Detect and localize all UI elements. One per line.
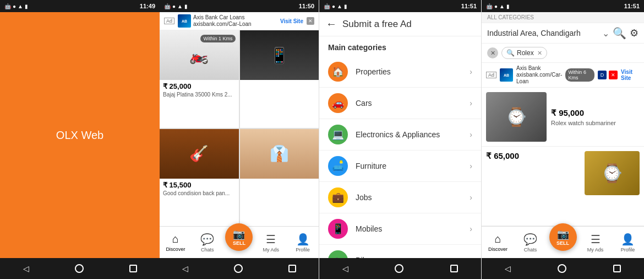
nav-profile-4[interactable]: 👤 Profile (614, 233, 642, 253)
nav-chats-4[interactable]: 💬 Chats (517, 233, 544, 253)
watch-info-0: ₹ 95,000 Rolex watch submariner (551, 92, 640, 142)
bikes-icon: 🚲 (328, 250, 348, 258)
location-bar: Industrial Area, Chandigarh ⌄ 🔍 ⚙ (482, 23, 644, 44)
nav-chats-2[interactable]: 💬 Chats (194, 233, 221, 253)
mobiles-label: Mobiles (356, 224, 462, 233)
visit-site-btn-2[interactable]: Visit Site (280, 18, 303, 24)
listing-item-0[interactable]: 🏍️ Within 1 Kms ₹ 25,000 Bajaj Platina 3… (160, 30, 239, 128)
electronics-icon: 💻 (328, 125, 348, 144)
recents-btn-1[interactable] (129, 265, 137, 272)
camera-icon-4: 📷 (557, 228, 569, 240)
listing-item-2[interactable]: 🎸 ₹ 15,500 Good condision back pan... (160, 129, 239, 227)
jobs-icon: 💼 (328, 187, 348, 207)
listing-grid: 🏍️ Within 1 Kms ₹ 25,000 Bajaj Platina 3… (160, 30, 319, 226)
category-cars[interactable]: 🚗 Cars › (319, 88, 481, 119)
all-categories-bar: ALL CATEGORIES (482, 12, 644, 23)
listing-title-0: Bajaj Platina 35000 Kms 2... (163, 92, 236, 98)
nav-discover-label-2: Discover (166, 246, 185, 252)
nav-chats-label-2: Chats (201, 247, 214, 253)
android-icon-3: 🤖 (324, 3, 330, 9)
search-filter-bar: ✕ 🔍 Rolex ✕ (482, 44, 644, 63)
home-btn-3[interactable] (395, 264, 403, 273)
filter-clear-btn[interactable]: ✕ (487, 47, 498, 58)
ad-url-4: axisbank.com/Car-Loan (516, 72, 562, 85)
wifi-icon: ▲ (18, 3, 23, 9)
jobs-label: Jobs (356, 193, 462, 202)
watch-title-0: Rolex watch submariner (551, 120, 640, 126)
chat-icon-4: 💬 (523, 233, 537, 246)
signal-icon-3: ● (332, 3, 335, 9)
recents-btn-3[interactable] (450, 265, 458, 272)
pill-close-btn[interactable]: ✕ (537, 50, 542, 57)
panel-2-content: Ad AB Axis Bank Car Loans axisbank.com/C… (160, 12, 319, 226)
battery-icon-4: ▮ (506, 3, 510, 9)
listing-info-3 (240, 179, 319, 184)
listing-img-1: 📱 (240, 30, 319, 80)
android-nav-1: ◁ (0, 258, 160, 279)
nav-discover-4[interactable]: ⌂ Discover (484, 233, 512, 252)
list-icon-4: ☰ (591, 233, 601, 246)
nav-myads-4[interactable]: ☰ My Ads (582, 233, 609, 253)
jobs-chevron: › (470, 193, 472, 202)
category-jobs[interactable]: 💼 Jobs › (319, 182, 481, 213)
watch-listings: ⌚ ₹ 95,000 Rolex watch submariner ₹ 65,0… (482, 88, 644, 226)
time-display-4: 11:51 (624, 3, 640, 9)
category-electronics[interactable]: 💻 Electronics & Appliances › (319, 119, 481, 151)
ad-banner-2[interactable]: Ad AB Axis Bank Car Loans axisbank.com/C… (160, 12, 319, 30)
electronics-label: Electronics & Appliances (356, 130, 462, 139)
watch-item-1[interactable]: ₹ 65,000 ⌚ (482, 147, 644, 226)
search-button-4[interactable]: 🔍 (613, 26, 626, 40)
home-icon-2: ⌂ (172, 233, 179, 245)
android-icon-4: 🤖 (486, 3, 493, 9)
category-mobiles[interactable]: 📱 Mobiles › (319, 213, 481, 245)
electronics-chevron: › (470, 130, 472, 139)
watch-price-1: ₹ 65,000 (486, 151, 580, 161)
time-display: 11:49 (140, 3, 155, 9)
visit-site-btn-4[interactable]: Visit Site (621, 69, 640, 81)
status-bar-2: 🤖 ● ▲ ▮ 11:50 (160, 0, 319, 12)
furniture-chevron: › (470, 162, 472, 170)
ad-tag-2: Ad (164, 18, 174, 24)
listing-item-3[interactable]: 👔 (240, 129, 319, 227)
profile-icon-4: 👤 (621, 233, 635, 246)
status-icons-left: 🤖 ● ▲ ▮ (4, 3, 28, 9)
nav-sell-btn-2[interactable]: 📷 SELL (225, 223, 253, 251)
home-btn-2[interactable] (234, 264, 243, 273)
home-btn-4[interactable] (558, 264, 566, 273)
ad-tag-4: Ad (486, 72, 496, 78)
location-chevron-icon[interactable]: ⌄ (602, 28, 609, 39)
back-btn-3[interactable]: ◁ (342, 264, 348, 273)
home-btn-1[interactable] (75, 264, 84, 273)
nav-discover-2[interactable]: ⌂ Discover (162, 233, 189, 252)
bottom-nav-4: ⌂ Discover 💬 Chats 📷 SELL ☰ My Ads 👤 Pro… (482, 226, 644, 258)
android-nav-2: ◁ (160, 258, 319, 279)
android-icon: 🤖 (4, 3, 11, 9)
listing-item-1[interactable]: 📱 (240, 30, 319, 128)
listing-img-3: 👔 (240, 129, 319, 179)
category-furniture[interactable]: 🛋️ Furniture › (319, 151, 481, 182)
p4-ad-banner[interactable]: Ad AB Axis Bank axisbank.com/Car-Loan Wi… (482, 63, 644, 88)
ad-brand-2: Axis Bank Car Loans (193, 14, 252, 21)
android-nav-3: ◁ (319, 258, 481, 279)
filter-button-4[interactable]: ⚙ (630, 27, 638, 39)
axis-bank-logo: AB (178, 14, 191, 28)
nav-profile-2[interactable]: 👤 Profile (289, 233, 316, 253)
nav-myads-2[interactable]: ☰ My Ads (257, 233, 285, 253)
nav-sell-btn-4[interactable]: 📷 SELL (549, 223, 577, 251)
ad-close-2[interactable]: ✕ (307, 17, 314, 25)
category-bikes[interactable]: 🚲 Bikes › (319, 245, 481, 258)
back-btn-2[interactable]: ◁ (182, 264, 188, 273)
search-pill[interactable]: 🔍 Rolex ✕ (501, 47, 547, 59)
recents-btn-2[interactable] (288, 265, 296, 272)
watch-item-0[interactable]: ⌚ ₹ 95,000 Rolex watch submariner (482, 88, 644, 147)
recents-btn-4[interactable] (613, 265, 621, 272)
listing-info-2: ₹ 15,500 Good condision back pan... (160, 179, 239, 200)
wifi-icon-3: ▲ (337, 3, 342, 9)
back-arrow-3[interactable]: ← (326, 18, 337, 30)
home-icon-4: ⌂ (494, 233, 501, 245)
back-btn-1[interactable]: ◁ (23, 264, 29, 273)
watch-img-0: ⌚ (486, 92, 547, 142)
within-badge: Within 1 Kms (200, 35, 235, 42)
category-properties[interactable]: 🏠 Properties › (319, 56, 481, 88)
back-btn-4[interactable]: ◁ (505, 264, 511, 273)
